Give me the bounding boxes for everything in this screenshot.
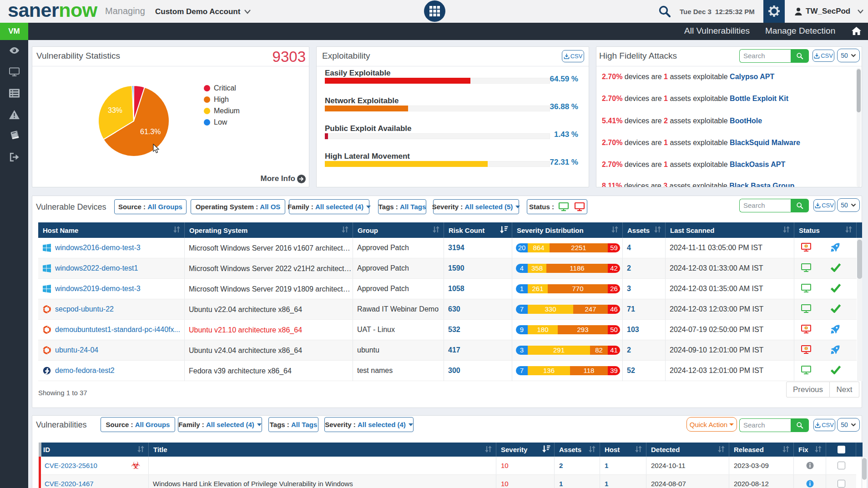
svg-text:33%: 33% <box>108 106 122 114</box>
svg-text:61.3%: 61.3% <box>140 128 161 136</box>
